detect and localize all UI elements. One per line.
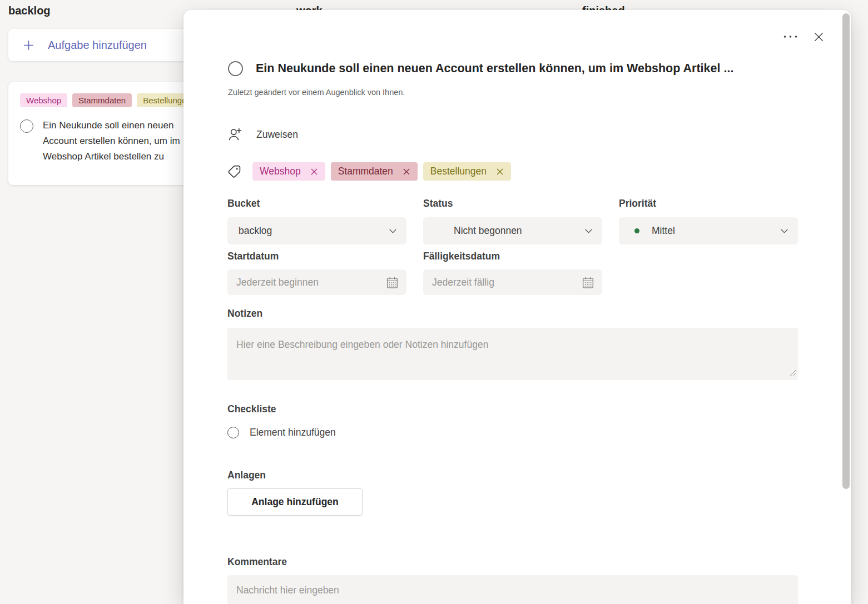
tag-chip-label: Stammdaten [338, 166, 393, 177]
assign-button[interactable]: Zuweisen [227, 127, 298, 142]
status-circle-icon [434, 226, 445, 237]
priority-select[interactable]: Mittel [619, 217, 798, 244]
card-tag-webshop[interactable]: Webshop [20, 93, 67, 107]
last-modified-text: Zuletzt geändert vor einem Augenblick vo… [228, 88, 405, 97]
assign-label: Zuweisen [256, 129, 298, 141]
due-date-field [423, 269, 602, 295]
task-card[interactable]: Webshop Stammdaten Bestellungen Ein Neuk… [8, 82, 204, 185]
add-attachment-button[interactable]: Anlage hinzufügen [227, 488, 363, 516]
chevron-down-icon [584, 226, 593, 236]
tag-row: Webshop Stammdaten Bestellungen [227, 162, 517, 181]
due-date-label: Fälligkeitsdatum [423, 251, 500, 262]
person-add-icon [227, 127, 242, 142]
attachments-label: Anlagen [227, 470, 266, 481]
bucket-select[interactable]: backlog [227, 217, 406, 244]
card-tag-stammdaten[interactable]: Stammdaten [72, 93, 132, 107]
task-detail-dialog: Ein Neukunde soll einen neuen Account er… [183, 10, 851, 604]
card-complete-circle-icon[interactable] [20, 119, 33, 133]
close-icon [812, 31, 825, 43]
status-select[interactable]: Nicht begonnen [423, 217, 602, 244]
tag-chip-label: Bestellungen [430, 166, 487, 177]
start-date-input[interactable] [236, 277, 385, 288]
start-date-label: Startdatum [227, 251, 279, 262]
tag-icon [227, 164, 242, 179]
checklist-add-label: Element hinzufügen [250, 427, 336, 438]
notes-field [227, 328, 798, 380]
tag-chip-label: Webshop [260, 166, 301, 177]
column-header-backlog: backlog [8, 4, 51, 17]
calendar-icon[interactable] [581, 276, 595, 289]
status-label: Status [423, 198, 453, 209]
remove-tag-icon[interactable] [496, 168, 504, 176]
comment-input[interactable] [236, 585, 789, 596]
bucket-label: Bucket [227, 198, 260, 209]
remove-tag-icon[interactable] [403, 168, 410, 176]
remove-tag-icon[interactable] [310, 168, 318, 176]
task-complete-circle-icon[interactable] [228, 61, 243, 76]
tag-chip-webshop[interactable]: Webshop [252, 162, 325, 181]
comments-label: Kommentare [227, 556, 287, 568]
status-value: Nicht begonnen [454, 225, 522, 237]
ellipsis-icon [783, 34, 798, 39]
checklist-label: Checkliste [227, 403, 276, 415]
notes-label: Notizen [227, 308, 262, 320]
comments-field [227, 575, 798, 604]
chevron-down-icon [780, 226, 789, 236]
chevron-down-icon [388, 226, 398, 236]
add-task-label: Aufgabe hinzufügen [48, 39, 147, 52]
card-tag-list: Webshop Stammdaten Bestellungen [20, 93, 204, 107]
priority-medium-dot-icon [634, 228, 639, 233]
due-date-input[interactable] [432, 277, 581, 288]
checklist-circle-icon [227, 427, 239, 438]
close-dialog-button[interactable] [806, 24, 831, 49]
calendar-icon[interactable] [385, 276, 399, 289]
priority-value: Mittel [652, 225, 675, 237]
checklist-add-item[interactable]: Element hinzufügen [227, 427, 336, 438]
plus-icon [22, 38, 36, 52]
start-date-field [227, 269, 406, 295]
more-options-button[interactable] [780, 28, 801, 46]
priority-label: Priorität [619, 198, 656, 209]
bucket-value: backlog [239, 225, 272, 237]
tag-chip-bestellungen[interactable]: Bestellungen [423, 162, 511, 181]
notes-textarea[interactable] [227, 328, 798, 380]
add-task-button[interactable]: Aufgabe hinzufügen [8, 29, 203, 61]
task-title[interactable]: Ein Neukunde soll einen neuen Account er… [256, 62, 733, 76]
card-title: Ein Neukunde soll einen neuen Account er… [43, 118, 180, 164]
dialog-scrollbar-thumb[interactable] [842, 13, 850, 489]
tag-chip-stammdaten[interactable]: Stammdaten [331, 162, 418, 181]
